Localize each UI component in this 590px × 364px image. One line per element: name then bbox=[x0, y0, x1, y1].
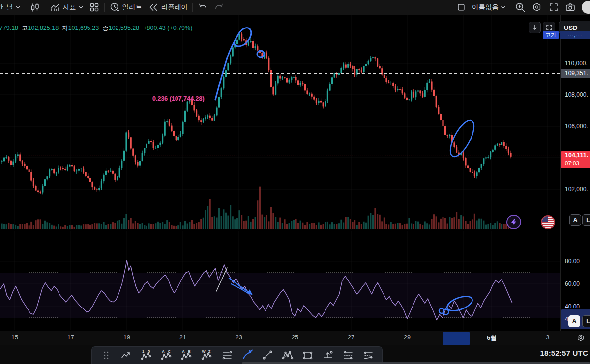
volume-series bbox=[1, 187, 511, 229]
price-axis-label: 108,000. bbox=[561, 91, 590, 99]
rsi-chart-canvas[interactable] bbox=[0, 231, 560, 331]
grid-layout-icon bbox=[89, 2, 100, 13]
price-axis[interactable]: 109,351. 104,111. 07:03 40.00 110,000.10… bbox=[560, 15, 590, 331]
high-label: 고 bbox=[22, 25, 28, 31]
svg-text:Z: Z bbox=[208, 349, 210, 354]
low-label: 저 bbox=[62, 25, 68, 31]
horizontal-lines-tool[interactable] bbox=[217, 348, 237, 363]
svg-text:E: E bbox=[188, 349, 190, 354]
drag-handle[interactable] bbox=[96, 348, 116, 363]
close-label: 종 bbox=[102, 25, 109, 31]
indicators-icon bbox=[50, 2, 60, 13]
trend-line-tool[interactable] bbox=[257, 348, 277, 363]
main-auto-scale-button[interactable]: A bbox=[569, 214, 581, 226]
rsi-band bbox=[0, 273, 560, 318]
brush-tool[interactable] bbox=[237, 348, 257, 363]
horizontal-lines-icon bbox=[221, 349, 233, 361]
camera-icon bbox=[565, 2, 576, 13]
tradingview-app: 안 날 지표 얼러트 리플레이 bbox=[0, 0, 590, 364]
rsi-axis-label: 40.00 bbox=[561, 303, 590, 310]
zigzag-trend-icon bbox=[120, 349, 132, 361]
streaming-lightning-icon[interactable] bbox=[506, 215, 521, 229]
close-value: 102,595.28 bbox=[109, 25, 140, 31]
arrow-down-icon bbox=[531, 24, 538, 31]
time-axis-label: 21 bbox=[179, 334, 186, 341]
last-price-value: 104,111. bbox=[565, 151, 590, 160]
alert-button[interactable]: 얼러트 bbox=[106, 1, 146, 14]
interval-button[interactable]: 날 bbox=[3, 2, 23, 13]
elliott-combo-tool[interactable]: WZ bbox=[197, 348, 217, 363]
trend-line-icon bbox=[262, 349, 273, 361]
ohlc-legend: 시101,779.18고102,825.18저101,695.23종102,59… bbox=[0, 24, 192, 32]
elliott-impulse-tool[interactable]: 15 bbox=[136, 348, 156, 363]
time-axis-label: 3 bbox=[546, 334, 550, 341]
rsi-auto-scale-button[interactable]: A bbox=[568, 315, 580, 327]
high-value: 102,825.18 bbox=[28, 25, 59, 31]
indicators-button[interactable]: 지표 bbox=[47, 1, 86, 14]
svg-text:1: 1 bbox=[142, 349, 144, 354]
xabcd-pattern-tool[interactable] bbox=[277, 348, 297, 363]
time-axis-label: 23 bbox=[236, 334, 242, 341]
avatar[interactable] bbox=[582, 1, 590, 14]
chevron-down-icon bbox=[79, 6, 83, 9]
redo-icon bbox=[214, 2, 225, 13]
grid bbox=[0, 15, 560, 230]
fib-channel-icon bbox=[362, 349, 374, 361]
svg-text:A: A bbox=[162, 349, 165, 354]
high-price-axis-label: 109,351. bbox=[561, 69, 590, 78]
time-axis[interactable]: 15171921232527296월3 bbox=[0, 331, 590, 346]
gear-icon bbox=[531, 2, 542, 13]
candlestick-style-button[interactable] bbox=[27, 1, 43, 14]
long-position-tool[interactable] bbox=[318, 348, 338, 363]
alert-clock-icon bbox=[109, 2, 120, 13]
fib-channel-tool[interactable] bbox=[358, 348, 378, 363]
top-toolbar: 안 날 지표 얼러트 리플레이 bbox=[0, 0, 590, 15]
elliott-triangle-tool[interactable]: AE bbox=[177, 348, 197, 363]
save-layout-button[interactable] bbox=[453, 1, 469, 13]
elliott-combo-icon: WZ bbox=[201, 349, 213, 361]
time-axis-label: 17 bbox=[67, 334, 74, 341]
toolbar-divider bbox=[104, 3, 105, 12]
elliott-correction-tool[interactable]: AC bbox=[156, 348, 177, 363]
zigzag-trend-tool[interactable] bbox=[116, 348, 136, 363]
layout-name-button[interactable]: 이름없음 bbox=[469, 2, 508, 13]
undo-button[interactable] bbox=[194, 1, 211, 14]
interval-fragment: 안 bbox=[0, 3, 3, 12]
time-axis-label: 29 bbox=[404, 334, 411, 341]
main-chart-canvas[interactable] bbox=[0, 15, 560, 231]
elliott-triangle-icon: AE bbox=[181, 349, 193, 361]
chevron-down-icon bbox=[501, 6, 505, 9]
maximize-icon bbox=[546, 24, 553, 31]
redo-button[interactable] bbox=[211, 1, 228, 14]
pane-collapse-button[interactable] bbox=[529, 22, 541, 33]
rectangle-tool[interactable] bbox=[297, 348, 318, 363]
low-value: 101,695.23 bbox=[68, 25, 99, 31]
replay-button[interactable]: 리플레이 bbox=[145, 1, 191, 14]
long-position-icon bbox=[322, 349, 334, 361]
settings-button[interactable] bbox=[529, 1, 545, 14]
fullscreen-button[interactable] bbox=[545, 1, 562, 14]
open-value: 101,779.18 bbox=[0, 25, 18, 31]
rewind-icon bbox=[148, 2, 159, 13]
elliott-correction-icon: AC bbox=[161, 349, 173, 361]
brush-icon bbox=[241, 349, 253, 361]
flag-canton bbox=[542, 216, 548, 222]
screenshot-button[interactable] bbox=[562, 1, 579, 14]
horizontal-scrollbar[interactable] bbox=[242, 362, 590, 364]
svg-text:C: C bbox=[168, 349, 171, 354]
main-log-scale-button[interactable]: L bbox=[582, 214, 590, 226]
pane-separator[interactable] bbox=[0, 231, 590, 231]
time-axis-label: 19 bbox=[123, 334, 130, 341]
rectangle-icon bbox=[302, 349, 314, 361]
layout-grid-button[interactable] bbox=[86, 1, 103, 14]
xabcd-pattern-icon bbox=[282, 349, 294, 361]
time-axis-gear-icon[interactable] bbox=[576, 334, 585, 342]
fullscreen-icon bbox=[548, 2, 559, 13]
fib-retracement-tool[interactable] bbox=[338, 348, 358, 363]
time-axis-label: 27 bbox=[348, 334, 354, 341]
rsi-log-scale-button[interactable]: L bbox=[582, 315, 590, 327]
quick-search-button[interactable] bbox=[512, 1, 529, 14]
time-axis-highlight bbox=[442, 332, 470, 345]
drawing-toolbar: 15ACAEWZ bbox=[91, 346, 383, 364]
chevron-down-icon bbox=[16, 6, 20, 9]
